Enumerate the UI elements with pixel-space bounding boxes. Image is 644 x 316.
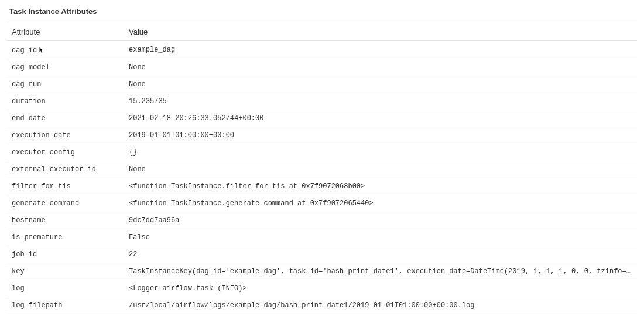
table-row: filter_for_tis<function TaskInstance.fil… [7,178,637,195]
attribute-name: job_id [7,246,124,263]
attribute-value: None [124,161,637,178]
attributes-table: Attribute Value dag_idexample_dagdag_mod… [7,23,637,316]
table-row: log_filepath/usr/local/airflow/logs/exam… [7,297,637,314]
table-row: end_date2021-02-18 20:26:33.052744+00:00 [7,110,637,127]
attribute-value: TaskInstanceKey(dag_id='example_dag', ta… [124,263,637,280]
attribute-name: log_filepath [7,297,124,314]
section-title: Task Instance Attributes [7,6,637,17]
attribute-name: log_url [7,314,124,317]
attribute-value: 2019-01-01T01:00:00+00:00 [124,127,637,144]
table-row: duration15.235735 [7,93,637,110]
table-row: is_prematureFalse [7,229,637,246]
attribute-name: is_premature [7,229,124,246]
attribute-name: external_executor_id [7,161,124,178]
table-row: keyTaskInstanceKey(dag_id='example_dag',… [7,263,637,280]
table-row: external_executor_idNone [7,161,637,178]
attribute-name: duration [7,93,124,110]
table-row: log<Logger airflow.task (INFO)> [7,280,637,297]
table-row: hostname9dc7dd7aa96a [7,212,637,229]
table-row: execution_date2019-01-01T01:00:00+00:00 [7,127,637,144]
attribute-value: False [124,229,637,246]
attribute-value: 15.235735 [124,93,637,110]
attribute-name: dag_id [7,41,124,59]
table-row: job_id22 [7,246,637,263]
table-row: log_urlhttp://localhost:8080/log?executi… [7,314,637,317]
attribute-value: 22 [124,246,637,263]
attribute-name: dag_run [7,76,124,93]
attribute-name: hostname [7,212,124,229]
attribute-name: log [7,280,124,297]
table-row: executor_config{} [7,144,637,161]
attribute-value: {} [124,144,637,161]
attribute-value: http://localhost:8080/log?execution_date… [124,314,637,317]
attribute-name: generate_command [7,195,124,212]
table-row: dag_modelNone [7,59,637,76]
column-header-value: Value [124,23,637,41]
attribute-name: executor_config [7,144,124,161]
attribute-value: None [124,76,637,93]
table-header-row: Attribute Value [7,23,637,41]
attribute-value: example_dag [124,41,637,59]
cursor-icon [39,47,44,54]
attribute-value: <function TaskInstance.generate_command … [124,195,637,212]
attribute-name: end_date [7,110,124,127]
attribute-name: filter_for_tis [7,178,124,195]
attribute-name: dag_model [7,59,124,76]
attribute-value: 2021-02-18 20:26:33.052744+00:00 [124,110,637,127]
table-row: dag_runNone [7,76,637,93]
attribute-name: execution_date [7,127,124,144]
attribute-value: 9dc7dd7aa96a [124,212,637,229]
column-header-attribute: Attribute [7,23,124,41]
table-row: dag_idexample_dag [7,41,637,59]
attribute-value: /usr/local/airflow/logs/example_dag/bash… [124,297,637,314]
attribute-value: <Logger airflow.task (INFO)> [124,280,637,297]
attribute-name: key [7,263,124,280]
attribute-value: <function TaskInstance.filter_for_tis at… [124,178,637,195]
attribute-value: None [124,59,637,76]
table-row: generate_command<function TaskInstance.g… [7,195,637,212]
